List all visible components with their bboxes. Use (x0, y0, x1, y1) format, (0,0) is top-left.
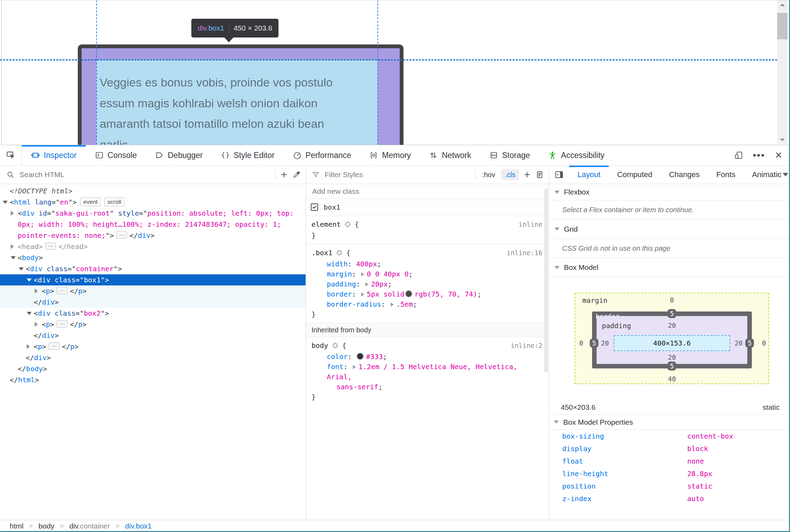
twisty-icon[interactable] (11, 256, 16, 259)
close-devtools-icon[interactable]: ✕ (775, 151, 782, 160)
inline-text-ellipsis-badge[interactable]: ⋯ (116, 231, 127, 239)
property-value[interactable]: 0 0 40px 0 (367, 270, 408, 278)
twisty-icon[interactable] (27, 312, 32, 315)
property-name[interactable]: font (327, 363, 343, 371)
breadcrumb-item[interactable]: body (39, 522, 55, 530)
color-swatch[interactable] (405, 290, 412, 297)
border-top-value[interactable]: 5 (667, 309, 676, 318)
padding-bottom-value[interactable]: 20 (668, 354, 676, 361)
property-name[interactable]: border (327, 290, 352, 298)
css-declaration[interactable]: border-radius: .5em; (311, 299, 543, 309)
print-simulation-icon[interactable] (535, 171, 544, 179)
highlight-selector-target-icon[interactable] (336, 249, 343, 259)
property-name[interactable]: border-radius (327, 300, 381, 308)
inline-text-ellipsis-badge[interactable]: ⋯ (45, 242, 56, 250)
property-value[interactable]: 5px solid (367, 290, 404, 298)
add-node-icon[interactable] (280, 171, 288, 179)
css-declaration[interactable]: font: 1.2em / 1.5 Helvetica Neue, Helvet… (311, 362, 543, 382)
toggle-pseudo-classes-button[interactable]: :hov (480, 170, 497, 180)
rules-scrollbar-thumb[interactable] (544, 188, 548, 372)
eyedropper-icon[interactable] (292, 171, 301, 179)
boxmodel-properties-header[interactable]: Box Model Properties (549, 414, 790, 430)
twisty-icon[interactable] (3, 201, 8, 204)
markup-row[interactable]: <!DOCTYPE html> (0, 185, 306, 197)
markup-row[interactable]: pointer-events: none;">⋯</div> (0, 230, 306, 241)
css-declaration[interactable]: width: 400px; (311, 259, 543, 269)
css-declaration[interactable]: color: #333; (311, 352, 543, 362)
sidebar-toggle-icon[interactable] (549, 170, 569, 180)
border-left-value[interactable]: 5 (590, 339, 598, 348)
property-name[interactable]: width (327, 260, 348, 268)
tab-accessibility[interactable]: Accessibility (539, 145, 613, 165)
property-name[interactable]: color (327, 352, 348, 361)
property-value[interactable]: 400px (356, 260, 377, 268)
property-name[interactable]: margin (327, 270, 352, 278)
search-html-input[interactable] (19, 170, 271, 179)
markup-row[interactable]: <p>⋯</p> (0, 341, 306, 352)
property-value[interactable]: rgb(75, 70, 74) (415, 290, 477, 298)
markup-row[interactable]: </div> (0, 330, 306, 341)
sidebar-tab-changes[interactable]: Changes (661, 166, 708, 184)
boxmodel-content-region[interactable]: 400×153.6 (614, 335, 730, 351)
markup-row[interactable]: </div> (0, 297, 306, 308)
scrollbar-thumb[interactable] (777, 13, 788, 39)
class-checkbox[interactable] (311, 203, 318, 211)
property-value[interactable]: sans-serif (336, 383, 378, 391)
tab-memory[interactable]: Memory (360, 145, 420, 165)
padding-left-value[interactable]: 20 (601, 339, 609, 347)
sidebar-tab-fonts[interactable]: Fonts (708, 166, 744, 184)
margin-right-value[interactable]: 0 (762, 339, 766, 347)
expand-arrow-icon[interactable] (361, 292, 364, 297)
toggle-classes-button[interactable]: .cls (501, 169, 519, 180)
expand-arrow-icon[interactable] (353, 365, 356, 369)
breadcrumb-item[interactable]: div.container (69, 522, 110, 530)
tab-console[interactable]: Console (86, 145, 146, 165)
property-value[interactable]: .5em (396, 300, 413, 308)
twisty-icon[interactable] (35, 322, 38, 327)
margin-top-value[interactable]: 0 (670, 296, 674, 304)
twisty-icon[interactable] (11, 211, 14, 216)
rule-selector[interactable]: .box1 (311, 249, 332, 257)
markup-row[interactable]: <p>⋯</p> (0, 319, 306, 330)
dom-event-badge[interactable]: scroll (104, 198, 124, 206)
markup-row[interactable]: </div> (0, 352, 306, 363)
page-scrollbar[interactable] (777, 0, 788, 144)
inline-text-ellipsis-badge[interactable]: ⋯ (57, 287, 67, 294)
border-right-value[interactable]: 5 (745, 339, 754, 348)
markup-row[interactable]: </body> (0, 363, 306, 374)
dom-event-badge[interactable]: event (80, 198, 101, 206)
css-declaration[interactable]: margin: 0 0 40px 0; (311, 269, 543, 279)
border-bottom-value[interactable]: 5 (667, 361, 676, 371)
twisty-icon[interactable] (35, 289, 38, 293)
tab-debugger[interactable]: Debugger (146, 145, 212, 165)
scrollbar-up-icon[interactable] (777, 0, 788, 11)
inline-text-ellipsis-badge[interactable]: ⋯ (49, 342, 59, 350)
boxmodel-margin-region[interactable]: margin 0 0 0 40 border padding 5 5 5 5 (575, 293, 769, 384)
twisty-icon[interactable] (27, 344, 30, 349)
css-declaration[interactable]: padding: 20px; (311, 279, 543, 289)
filter-styles-input[interactable] (324, 170, 471, 179)
grid-section-header[interactable]: Grid (549, 219, 790, 239)
sidebar-tab-layout[interactable]: Layout (569, 166, 609, 184)
flexbox-section-header[interactable]: Flexbox (549, 184, 790, 200)
property-value[interactable]: 20px (371, 280, 388, 288)
tab-style-editor[interactable]: Style Editor (212, 145, 284, 165)
markup-row[interactable]: <div class="container"> (0, 263, 306, 274)
padding-right-value[interactable]: 20 (735, 339, 743, 347)
rule-selector[interactable]: body (311, 341, 328, 350)
tab-inspector[interactable]: Inspector (22, 145, 86, 165)
responsive-design-mode-icon[interactable] (734, 151, 743, 160)
markup-row[interactable]: <body> (0, 252, 306, 263)
breadcrumb-item[interactable]: html (10, 522, 24, 530)
markup-row[interactable]: 0px; width: 100%; height…100%; z-index: … (0, 219, 306, 230)
expand-arrow-icon[interactable] (365, 282, 368, 286)
markup-row[interactable]: <div id="saka-gui-root" style="position:… (0, 208, 306, 219)
twisty-icon[interactable] (27, 279, 32, 282)
margin-left-value[interactable]: 0 (579, 339, 583, 347)
highlight-selector-target-icon[interactable] (332, 342, 339, 352)
rule-selector[interactable]: element (311, 220, 341, 228)
markup-row[interactable]: </html> (0, 374, 306, 385)
sidebar-tab-computed[interactable]: Computed (609, 166, 661, 184)
boxmodel-section-header[interactable]: Box Model (549, 258, 790, 277)
tab-performance[interactable]: Performance (284, 145, 360, 165)
